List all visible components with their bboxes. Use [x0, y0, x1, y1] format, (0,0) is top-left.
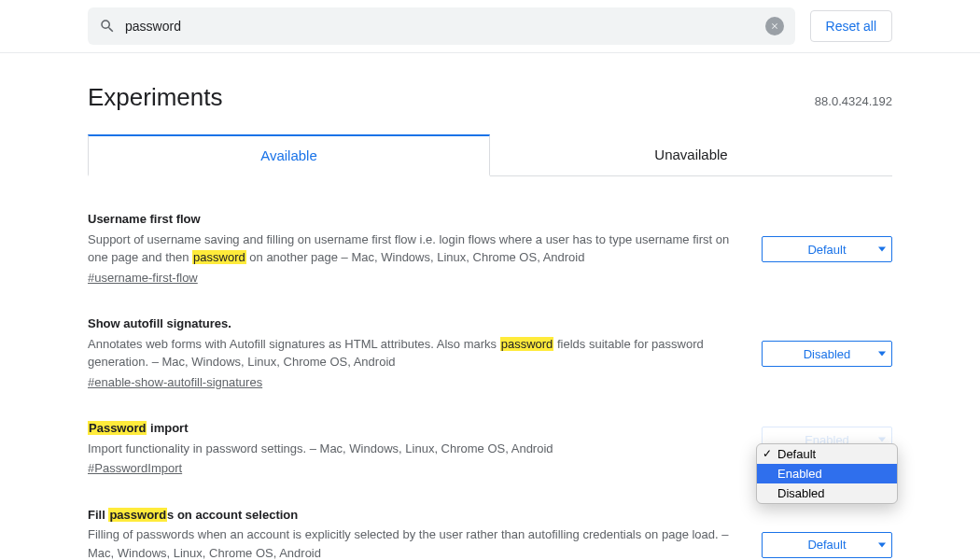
header-bar: Reset all [0, 0, 980, 53]
dropdown-option-enabled[interactable]: Enabled [757, 464, 897, 483]
flag-select-dropdown: Default Enabled Disabled [756, 443, 898, 504]
flag-row: Username first flow Support of username … [88, 210, 892, 287]
flag-title: Username first flow [88, 210, 739, 229]
close-icon [770, 21, 779, 31]
flag-title: Password import [88, 419, 739, 438]
tabs: Available Unavailable [88, 134, 892, 176]
flag-hash-link[interactable]: #enable-show-autofill-signatures [88, 373, 262, 392]
search-input[interactable] [116, 19, 765, 34]
flag-row: Fill passwords on account selection Fill… [88, 506, 892, 561]
flag-select[interactable]: Default [762, 532, 892, 558]
flag-select-value: Disabled [804, 347, 851, 361]
dropdown-option-default[interactable]: Default [757, 444, 897, 464]
flag-title: Show autofill signatures. [88, 315, 739, 333]
tab-available[interactable]: Available [88, 134, 490, 176]
chevron-down-icon [878, 542, 886, 547]
reset-all-button[interactable]: Reset all [810, 10, 892, 42]
flag-hash-link[interactable]: #username-first-flow [88, 269, 198, 287]
version-label: 88.0.4324.192 [815, 94, 892, 108]
flag-hash-link[interactable]: #PasswordImport [88, 459, 182, 478]
flag-select-value: Default [807, 538, 846, 552]
flag-select[interactable]: Default [762, 236, 892, 262]
chevron-down-icon [878, 438, 886, 442]
flag-title: Fill passwords on account selection [88, 506, 739, 525]
flags-list: Username first flow Support of username … [88, 210, 892, 560]
flag-description: Import functionality in password setting… [88, 440, 739, 458]
flag-select[interactable]: Disabled [762, 341, 892, 367]
flag-row: Show autofill signatures. Annotates web … [88, 315, 892, 391]
chevron-down-icon [878, 247, 886, 252]
content: Experiments 88.0.4324.192 Available Unav… [88, 53, 892, 560]
page-title: Experiments [88, 83, 223, 112]
tab-unavailable[interactable]: Unavailable [490, 134, 892, 175]
chevron-down-icon [878, 352, 886, 357]
flag-row: Password import Import functionality in … [88, 419, 892, 478]
flag-description: Annotates web forms with Autofill signat… [88, 335, 739, 371]
flag-description: Filling of passwords when an account is … [88, 525, 739, 560]
search-field[interactable] [88, 7, 795, 45]
flag-select-value: Default [807, 243, 846, 257]
dropdown-option-disabled[interactable]: Disabled [757, 483, 897, 503]
search-icon [99, 18, 116, 35]
clear-search-button[interactable] [765, 17, 784, 35]
flag-description: Support of username saving and filling o… [88, 231, 739, 267]
